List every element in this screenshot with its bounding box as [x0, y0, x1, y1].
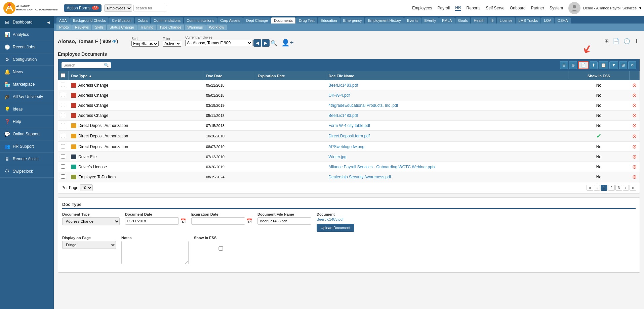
tab-employment-history[interactable]: Employment History	[365, 17, 403, 24]
tab-goals[interactable]: Goals	[455, 17, 471, 24]
file-name-link[interactable]: 4thgradeEducational Products, Inc .pdf	[328, 103, 398, 108]
tab-warnings[interactable]: Warnings	[185, 25, 206, 30]
tab-status-change[interactable]: Status Change	[107, 25, 137, 30]
row-checkbox[interactable]	[61, 134, 65, 138]
row-checkbox[interactable]	[61, 144, 65, 148]
tab-corp-assets[interactable]: Corp Assets	[217, 17, 243, 24]
delete-row-button[interactable]: ⊗	[632, 112, 637, 119]
pdf-button[interactable]: 📄	[578, 61, 589, 69]
tab-documents[interactable]: Documents	[271, 17, 295, 24]
row-checkbox[interactable]	[61, 103, 65, 107]
tab-photo[interactable]: Photo	[56, 25, 72, 30]
file-name-link[interactable]: Dealership Security Awareness.pdf	[328, 175, 391, 179]
file-name-link[interactable]: Form W-4 city table.pdf	[328, 123, 370, 128]
nav-reports[interactable]: Reports	[467, 6, 481, 10]
tab-background-checks[interactable]: Background Checks	[70, 17, 109, 24]
action-forms-button[interactable]: Action Forms 22	[64, 4, 102, 12]
row-checkbox[interactable]	[61, 164, 65, 169]
user-info[interactable]: Demo - Alliance Payroll Services ▾	[568, 2, 641, 14]
nav-hr[interactable]: HR	[455, 5, 461, 11]
display-select[interactable]: Fringe Main	[62, 241, 116, 249]
prev-page-button[interactable]: ‹	[594, 185, 600, 191]
nav-partner[interactable]: Partner	[531, 6, 544, 10]
tab-training[interactable]: Training	[137, 25, 156, 30]
nav-onboard[interactable]: Onboard	[510, 6, 526, 10]
tab-everify[interactable]: EVerify	[421, 17, 439, 24]
file-name-link[interactable]: Alliance Payroll Services - Onboarding W…	[328, 165, 435, 169]
nav-system[interactable]: System	[550, 6, 563, 10]
collapse-button[interactable]: ⊟	[560, 61, 568, 69]
sidebar-item-ideas[interactable]: 💡 Ideas	[0, 103, 54, 116]
file-name-link[interactable]: BeerLic1483.pdf	[328, 113, 358, 118]
sidebar-item-dashboard[interactable]: ⊞ Dashboard ◀	[0, 16, 54, 29]
filter-select[interactable]: Active	[163, 41, 181, 47]
grid-view-button[interactable]: ⊞	[603, 37, 610, 45]
row-checkbox[interactable]	[61, 174, 65, 179]
tab-fmla[interactable]: FMLA	[439, 17, 454, 24]
sidebar-item-swipeclock[interactable]: ⏱ Swipeclock	[0, 165, 54, 178]
tab-workflow[interactable]: Workflow	[206, 25, 227, 30]
exp-calendar-button[interactable]: 📅	[246, 218, 252, 224]
next-employee-button[interactable]: ▶	[262, 39, 270, 47]
per-page-select[interactable]: 10 25 50	[80, 184, 93, 191]
copy-button[interactable]: 📋	[599, 61, 608, 69]
tab-certification[interactable]: Certification	[109, 17, 134, 24]
delete-row-button[interactable]: ⊗	[632, 92, 637, 98]
row-checkbox[interactable]	[61, 83, 65, 87]
file-name-link[interactable]: BeerLic1483.pdf	[328, 83, 358, 88]
delete-row-button[interactable]: ⊗	[632, 122, 637, 129]
tab-cobra[interactable]: Cobra	[135, 17, 150, 24]
page-1-button[interactable]: 1	[601, 185, 607, 191]
nav-payroll[interactable]: Payroll	[438, 6, 450, 10]
sidebar-item-hr-support[interactable]: 👥 HR Support	[0, 140, 54, 153]
document-type-select[interactable]: Address Change Direct Deposit Authorizat…	[62, 217, 120, 225]
tab-health[interactable]: Health	[471, 17, 487, 24]
prev-employee-button[interactable]: ◀	[253, 39, 261, 47]
last-page-button[interactable]: »	[630, 185, 636, 191]
sidebar-item-allpay-university[interactable]: 🎓 AllPay University	[0, 91, 54, 103]
select-all-checkbox[interactable]	[61, 73, 65, 78]
delete-row-button[interactable]: ⊗	[632, 102, 637, 108]
nav-self-serve[interactable]: Self Serve	[486, 6, 505, 10]
upload-button[interactable]: ⬆	[633, 37, 640, 45]
tab-loa[interactable]: LOA	[541, 17, 554, 24]
tab-osha[interactable]: OSHA	[555, 17, 570, 24]
sidebar-item-marketplace[interactable]: 🏪 Marketplace	[0, 78, 54, 91]
tab-lms-tracks[interactable]: LMS Tracks	[516, 17, 540, 24]
show-ess-checkbox[interactable]	[194, 246, 248, 251]
columns-button[interactable]: ⊞	[619, 61, 627, 69]
row-checkbox[interactable]	[61, 123, 65, 127]
delete-row-button[interactable]: ⊗	[632, 143, 637, 150]
delete-row-button[interactable]: ⊗	[632, 153, 637, 160]
delete-row-button[interactable]: ⊗	[632, 164, 637, 170]
sidebar-item-help[interactable]: ❓ Help	[0, 116, 54, 128]
sidebar-item-news[interactable]: 🔔 News	[0, 66, 54, 78]
row-checkbox[interactable]	[61, 154, 65, 159]
tab-i9[interactable]: I9	[488, 17, 496, 24]
tab-type-change[interactable]: Type Change	[157, 25, 184, 30]
document-link[interactable]: BeerLic1483.pdf	[317, 217, 354, 221]
next-page-button[interactable]: ›	[623, 185, 629, 191]
sidebar-item-recent-jobs[interactable]: 🕒 Recent Jobs	[0, 41, 54, 53]
tab-commendations[interactable]: Commendations	[151, 17, 183, 24]
file-name-link[interactable]: OK-W-4.pdf	[328, 93, 350, 98]
refresh-button[interactable]: ↺	[628, 61, 636, 69]
file-name-link[interactable]: Winter.jpg	[328, 154, 346, 159]
add-employee-button[interactable]: 👤+	[281, 39, 294, 47]
row-checkbox[interactable]	[61, 93, 65, 97]
tab-license[interactable]: License	[497, 17, 515, 24]
sidebar-item-remote-assist[interactable]: 🖥 Remote Assist	[0, 153, 54, 165]
date-calendar-button[interactable]: 📅	[180, 218, 186, 224]
doc-file-name-input[interactable]	[257, 217, 311, 225]
tab-events[interactable]: Events	[404, 17, 421, 24]
global-search-input[interactable]	[133, 5, 167, 11]
delete-row-button[interactable]: ⊗	[632, 82, 637, 88]
file-name-link[interactable]: Direct.Deposit.form.pdf	[328, 134, 370, 138]
tab-drug-test[interactable]: Drug Test	[296, 17, 317, 24]
category-select[interactable]: Employees Payroll HR	[104, 4, 132, 12]
expiration-date-input[interactable]	[191, 217, 245, 225]
filter-button[interactable]: ▼	[609, 61, 618, 69]
export-button[interactable]: ⬆	[590, 61, 598, 69]
tab-ada[interactable]: ADA	[56, 17, 70, 24]
tab-communications[interactable]: Communications	[184, 17, 217, 24]
